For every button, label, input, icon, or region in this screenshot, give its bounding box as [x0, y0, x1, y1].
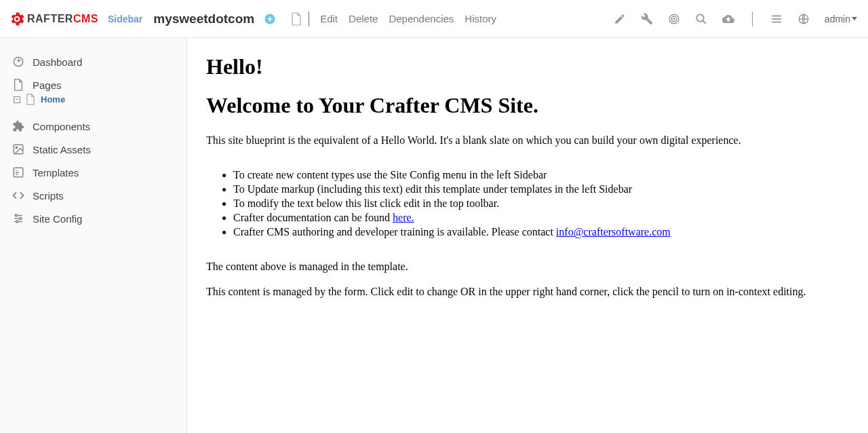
dashboard-icon — [12, 56, 24, 68]
svg-point-18 — [20, 218, 22, 220]
gear-logo-icon — [8, 10, 26, 28]
page-icon — [26, 94, 35, 105]
user-menu[interactable]: admin — [825, 14, 857, 24]
hamburger-icon — [770, 13, 783, 25]
top-header: RAFTERCMS Sidebar mysweetdotcom Edit Del… — [0, 0, 868, 38]
wrench-button[interactable] — [641, 13, 653, 25]
page-h1: Hello! — [206, 54, 849, 79]
email-link[interactable]: info@craftersoftware.com — [556, 226, 671, 238]
sidebar-item-scripts[interactable]: Scripts — [12, 184, 186, 207]
svg-point-4 — [696, 14, 704, 22]
body-paragraph: This content is managed by the form. Cli… — [206, 284, 849, 299]
svg-point-3 — [673, 18, 675, 20]
wrench-icon — [641, 13, 653, 25]
instruction-list: To create new content types use the Site… — [233, 168, 849, 239]
right-icon-bar: admin — [614, 12, 860, 26]
list-item: To Update markup (including this text) e… — [233, 183, 849, 196]
sidebar: Dashboard Pages + Home Components Static… — [0, 38, 186, 433]
image-icon — [12, 143, 24, 155]
sidebar-item-static-assets[interactable]: Static Assets — [12, 138, 186, 161]
pencil-button[interactable] — [614, 13, 626, 25]
tree-label: Home — [41, 94, 65, 105]
page-icon — [12, 79, 24, 91]
logo-text: RAFTERCMS — [27, 13, 98, 25]
expand-icon[interactable]: + — [14, 96, 20, 103]
user-label: admin — [825, 14, 850, 24]
list-item: To create new content types use the Site… — [233, 168, 849, 182]
template-icon — [12, 166, 24, 178]
page-icon — [291, 12, 302, 26]
target-button[interactable] — [668, 13, 680, 25]
logo[interactable]: RAFTERCMS — [8, 10, 98, 28]
menu-button[interactable] — [770, 13, 783, 25]
svg-point-17 — [16, 214, 18, 216]
globe-button[interactable] — [797, 13, 810, 25]
search-icon — [695, 13, 707, 25]
globe-icon — [797, 13, 810, 25]
sidebar-label: Site Config — [33, 213, 82, 225]
svg-line-5 — [703, 20, 706, 24]
dependencies-button[interactable]: Dependencies — [389, 13, 454, 24]
sidebar-item-pages[interactable]: Pages — [12, 73, 186, 92]
list-item: Crafter documentation can be found here. — [233, 211, 849, 225]
edit-button[interactable]: Edit — [320, 13, 338, 24]
sidebar-toggle[interactable]: Sidebar — [108, 14, 142, 24]
list-item: Crafter CMS authoring and developer trai… — [233, 225, 849, 239]
sidebar-label: Static Assets — [33, 144, 91, 155]
docs-link[interactable]: here. — [393, 212, 414, 223]
tree-item-home[interactable]: + Home — [14, 92, 186, 108]
cloud-upload-icon — [722, 13, 734, 25]
puzzle-icon — [12, 120, 24, 132]
sidebar-label: Scripts — [33, 190, 64, 202]
target-icon — [668, 13, 680, 25]
delete-button[interactable]: Delete — [349, 13, 378, 24]
sidebar-label: Dashboard — [33, 56, 82, 68]
current-page-button[interactable] — [291, 12, 302, 26]
body-paragraph: The content above is managed in the temp… — [206, 259, 849, 274]
code-icon — [12, 189, 24, 202]
toolbar-actions: Edit Delete Dependencies History — [320, 13, 496, 24]
svg-point-12 — [16, 147, 17, 148]
history-button[interactable]: History — [465, 13, 496, 24]
plus-circle-icon — [264, 13, 276, 25]
sidebar-label: Templates — [33, 167, 79, 178]
divider — [752, 12, 753, 26]
svg-point-19 — [16, 221, 18, 223]
publish-button[interactable] — [722, 13, 734, 25]
site-name: mysweetdotcom — [153, 12, 254, 26]
sidebar-item-components[interactable]: Components — [12, 115, 186, 138]
sidebar-item-templates[interactable]: Templates — [12, 161, 186, 184]
sidebar-label: Components — [33, 121, 90, 132]
sliders-icon — [12, 212, 24, 225]
page-h2: Welcome to Your Crafter CMS Site. — [206, 93, 849, 118]
sidebar-item-site-config[interactable]: Site Config — [12, 207, 186, 230]
caret-down-icon — [852, 17, 857, 20]
divider — [309, 12, 309, 26]
list-item: To modify the text below this list click… — [233, 197, 849, 210]
sidebar-label: Pages — [33, 79, 62, 91]
pencil-icon — [614, 13, 626, 25]
sidebar-item-dashboard[interactable]: Dashboard — [12, 50, 186, 73]
preview-pane: Hello! Welcome to Your Crafter CMS Site.… — [186, 38, 868, 433]
add-button[interactable] — [264, 13, 276, 25]
search-button[interactable] — [695, 13, 707, 25]
intro-paragraph: This site blueprint is the equivalent of… — [206, 133, 849, 148]
